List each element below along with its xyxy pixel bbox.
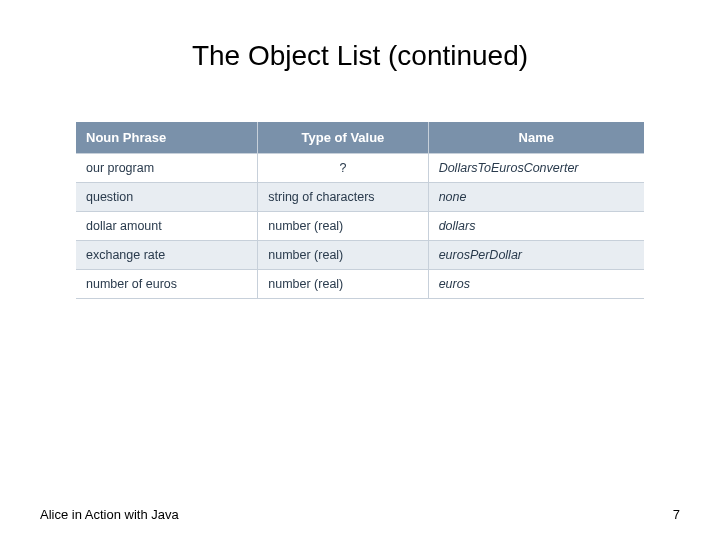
- cell-noun: dollar amount: [76, 212, 258, 241]
- table-row: number of euros number (real) euros: [76, 270, 644, 299]
- cell-name: euros: [428, 270, 644, 299]
- object-list-table: Noun Phrase Type of Value Name our progr…: [76, 122, 644, 299]
- cell-type: string of characters: [258, 183, 428, 212]
- header-noun-phrase: Noun Phrase: [76, 122, 258, 154]
- table-header-row: Noun Phrase Type of Value Name: [76, 122, 644, 154]
- table-row: our program ? DollarsToEurosConverter: [76, 154, 644, 183]
- footer: Alice in Action with Java 7: [40, 507, 680, 522]
- table-row: dollar amount number (real) dollars: [76, 212, 644, 241]
- table-row: exchange rate number (real) eurosPerDoll…: [76, 241, 644, 270]
- cell-noun: question: [76, 183, 258, 212]
- footer-left-text: Alice in Action with Java: [40, 507, 179, 522]
- cell-name: none: [428, 183, 644, 212]
- cell-name: DollarsToEurosConverter: [428, 154, 644, 183]
- cell-type: number (real): [258, 241, 428, 270]
- cell-name: dollars: [428, 212, 644, 241]
- cell-noun: number of euros: [76, 270, 258, 299]
- cell-name: eurosPerDollar: [428, 241, 644, 270]
- header-name: Name: [428, 122, 644, 154]
- page-number: 7: [673, 507, 680, 522]
- cell-noun: our program: [76, 154, 258, 183]
- slide: The Object List (continued) Noun Phrase …: [0, 0, 720, 540]
- header-type-of-value: Type of Value: [258, 122, 428, 154]
- cell-type: ?: [258, 154, 428, 183]
- table-row: question string of characters none: [76, 183, 644, 212]
- cell-type: number (real): [258, 212, 428, 241]
- cell-type: number (real): [258, 270, 428, 299]
- cell-noun: exchange rate: [76, 241, 258, 270]
- page-title: The Object List (continued): [40, 40, 680, 72]
